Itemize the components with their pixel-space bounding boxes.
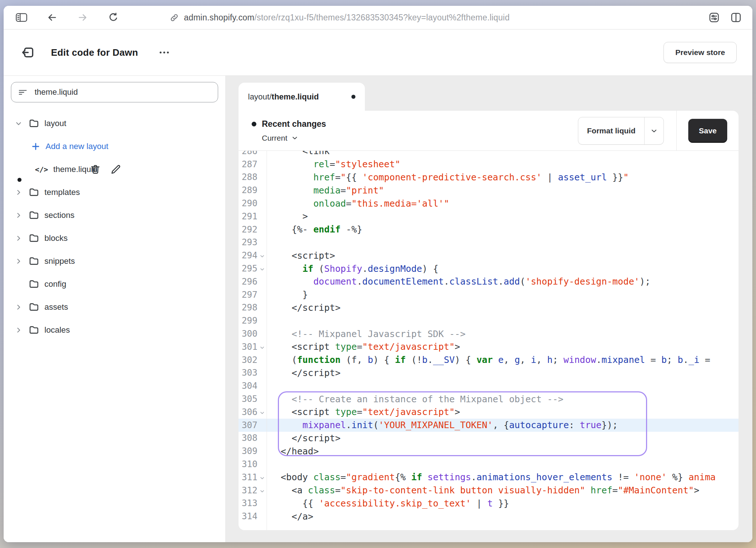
sidebar-folder-label: locales	[44, 325, 70, 335]
code-line-292[interactable]: 292 {%- endif -%}	[239, 223, 739, 236]
code-line-293[interactable]: 293	[239, 236, 739, 249]
code-line-295[interactable]: 295 if (Shopify.designMode) {	[239, 262, 739, 275]
code-line-304[interactable]: 304	[239, 379, 739, 392]
format-liquid-caret[interactable]	[644, 117, 664, 144]
sidebar-folder-locales[interactable]: locales	[4, 318, 225, 341]
sidebar-folder-sections[interactable]: sections	[4, 204, 225, 227]
line-number: 312	[239, 485, 257, 496]
chevron-right-icon	[15, 189, 22, 196]
code-editor[interactable]: 286 <link287 rel="stylesheet"288 href="{…	[239, 151, 739, 530]
save-button[interactable]: Save	[688, 119, 727, 143]
chevron-right-icon	[15, 235, 22, 242]
line-number: 301	[239, 342, 257, 352]
folder-icon	[28, 187, 40, 198]
unsaved-changes-dot	[351, 95, 355, 99]
code-line-307[interactable]: 307 mixpanel.init('YOUR_MIXPANEL_TOKEN',…	[239, 419, 739, 432]
more-actions-icon[interactable]	[158, 50, 172, 55]
code-line-305[interactable]: 305 <!-- Create an instance of the Mixpa…	[239, 392, 739, 406]
version-dropdown[interactable]: Current	[262, 134, 739, 142]
code-line-294[interactable]: 294 <script>	[239, 249, 739, 262]
browser-settings-icon[interactable]	[707, 11, 721, 24]
tab-path-prefix: layout/	[248, 92, 272, 101]
code-line-299[interactable]: 299	[239, 314, 739, 327]
code-line-310[interactable]: 310	[239, 458, 739, 471]
sidebar-toggle-icon[interactable]	[15, 11, 28, 24]
sidebar-folder-layout[interactable]: layout	[4, 112, 225, 135]
sidebar-folder-label: layout	[44, 119, 66, 128]
code-line-313[interactable]: 313 {{ 'accessibility.skip_to_text' | t …	[239, 497, 739, 510]
reload-button-icon[interactable]	[106, 11, 120, 24]
pencil-icon[interactable]	[110, 164, 121, 175]
code-line-291[interactable]: 291 >	[239, 210, 739, 223]
folder-icon	[28, 278, 40, 290]
sidebar-folder-snippets[interactable]: snippets	[4, 250, 225, 273]
code-line-296[interactable]: 296 document.documentElement.classList.a…	[239, 275, 739, 288]
line-number: 299	[239, 316, 257, 326]
sidebar-folder-label: config	[44, 279, 66, 289]
code-text: </a>	[267, 511, 313, 522]
code-line-297[interactable]: 297 }	[239, 288, 739, 301]
code-line-314[interactable]: 314 </a>	[239, 510, 739, 523]
sidebar-action-add-layout[interactable]: Add a new layout	[4, 135, 225, 158]
sidebar-folder-templates[interactable]: templates	[4, 181, 225, 204]
sidebar-folder-config[interactable]: config	[4, 273, 225, 295]
code-line-306[interactable]: 306 <script type="text/javascript">	[239, 406, 739, 419]
code-line-287[interactable]: 287 rel="stylesheet"	[239, 158, 739, 171]
code-line-302[interactable]: 302 (function (f, b) { if (!b.__SV) { va…	[239, 353, 739, 367]
line-number: 304	[239, 381, 257, 391]
folder-icon	[28, 324, 40, 336]
line-number: 310	[239, 459, 257, 469]
code-line-298[interactable]: 298 </script>	[239, 301, 739, 314]
tab-theme-liquid[interactable]: layout/theme.liquid	[239, 83, 365, 111]
fold-toggle	[257, 307, 267, 308]
exit-editor-icon[interactable]	[20, 44, 36, 60]
fold-toggle	[257, 281, 267, 282]
code-text: media="print"	[267, 185, 384, 196]
recent-changes-label: Recent changes	[262, 119, 326, 129]
code-line-309[interactable]: 309 </head>	[239, 445, 739, 458]
code-line-301[interactable]: 301 <script type="text/javascript">	[239, 340, 739, 353]
code-line-288[interactable]: 288 href="{{ 'component-predictive-searc…	[239, 171, 739, 184]
url-domain: admin.shopify.com	[184, 13, 254, 22]
format-liquid-button[interactable]: Format liquid	[578, 117, 664, 145]
sidebar-folder-assets[interactable]: assets	[4, 295, 225, 318]
line-number: 290	[239, 198, 257, 208]
fold-toggle	[257, 164, 267, 165]
plus-icon	[31, 142, 40, 151]
file-sidebar: layoutAdd a new layout</>theme.liquidtem…	[4, 76, 226, 542]
sidebar-file-theme-liquid[interactable]: </>theme.liquid	[4, 158, 225, 181]
sidebar-folder-blocks[interactable]: blocks	[4, 227, 225, 250]
preview-store-button[interactable]: Preview store	[664, 42, 737, 63]
search-input[interactable]	[34, 87, 211, 97]
fold-toggle[interactable]	[257, 265, 267, 272]
code-line-300[interactable]: 300 <!-- Mixpanel Javascript SDK -->	[239, 327, 739, 340]
forward-button-icon[interactable]	[76, 11, 90, 24]
split-view-icon[interactable]	[729, 11, 743, 24]
fold-toggle[interactable]	[257, 344, 267, 350]
code-line-311[interactable]: 311 <body class="gradient{% if settings.…	[239, 471, 739, 484]
chevron-down-icon	[15, 120, 22, 127]
code-line-312[interactable]: 312 <a class="skip-to-content-link butto…	[239, 484, 739, 497]
code-line-290[interactable]: 290 onload="this.media='all'"	[239, 197, 739, 210]
fold-toggle[interactable]	[257, 409, 267, 415]
browser-toolbar: admin.shopify.com/store/rzq1xu-f5/themes…	[4, 6, 752, 30]
fold-toggle[interactable]	[257, 252, 267, 259]
fold-toggle	[257, 320, 267, 321]
back-button-icon[interactable]	[45, 11, 59, 24]
code-line-289[interactable]: 289 media="print"	[239, 184, 739, 197]
file-search-box[interactable]	[11, 82, 218, 102]
browser-window: admin.shopify.com/store/rzq1xu-f5/themes…	[4, 6, 752, 542]
code-line-308[interactable]: 308 </script>	[239, 432, 739, 445]
code-text: {%- endif -%}	[267, 224, 362, 235]
code-line-303[interactable]: 303 </script>	[239, 367, 739, 380]
sidebar-action-label: Add a new layout	[46, 142, 109, 151]
recent-changes-bullet	[252, 122, 256, 126]
trash-icon[interactable]	[90, 164, 101, 175]
fold-toggle[interactable]	[257, 474, 267, 481]
fold-toggle[interactable]	[257, 487, 267, 494]
desktop-background: admin.shopify.com/store/rzq1xu-f5/themes…	[0, 0, 756, 548]
fold-toggle	[257, 450, 267, 452]
fold-toggle	[257, 502, 267, 504]
code-line-286[interactable]: 286 <link	[239, 151, 739, 158]
address-bar[interactable]: admin.shopify.com/store/rzq1xu-f5/themes…	[169, 6, 509, 29]
